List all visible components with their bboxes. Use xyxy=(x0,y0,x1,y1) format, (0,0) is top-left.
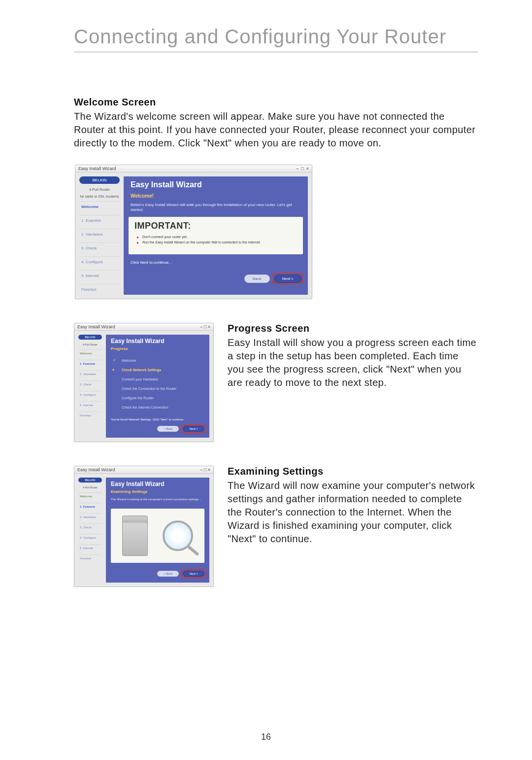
examining-row: Easy Install Wizard – □ × BELKIN 4-Port … xyxy=(74,466,478,587)
window-titlebar: Easy Install Wizard – □ × xyxy=(75,165,312,173)
sidebar-step: 4. Configure xyxy=(78,391,102,398)
examining-body: The Wizard will now examine your compute… xyxy=(228,479,478,546)
sidebar-step-configure: 4. Configure xyxy=(79,256,120,267)
brand-logo: BELKIN xyxy=(78,478,102,483)
product-name: 4-Port Router xyxy=(78,344,102,346)
window-title-text: Easy Install Wizard xyxy=(78,166,116,171)
screenshot-welcome: Easy Install Wizard – □ × BELKIN 4-Port … xyxy=(75,165,312,299)
important-bullet-1: Don't connect your router yet. xyxy=(142,235,297,239)
sidebar-step: 2. Hardware xyxy=(78,370,102,378)
progress-list: Welcome Check Network Settings Connect y… xyxy=(106,354,209,416)
progress-row: Easy Install Wizard – □ × BELKIN 4-Port … xyxy=(74,323,478,442)
wizard-sidebar: BELKIN 4-Port Router Welcome 1. Examine … xyxy=(78,335,102,438)
wizard-content-welcome: Easy Install Wizard Welcome! Belkin's Ea… xyxy=(124,176,308,295)
progress-step: Configure the Router xyxy=(113,393,202,403)
window-title-text: Easy Install Wizard xyxy=(77,467,115,472)
sidebar-step: Welcome xyxy=(78,349,102,357)
examining-heading: Examining Settings xyxy=(228,466,478,477)
wizard-content-examining: Easy Install Wizard Examining Settings T… xyxy=(106,478,209,583)
progress-step: Check the Connection to the Router xyxy=(113,384,202,393)
progress-heading: Progress Screen xyxy=(228,323,478,334)
sidebar-step: 1. Examine xyxy=(78,360,102,367)
wizard-subtitle: Progress xyxy=(106,346,209,354)
sidebar-step-hardware: 2. Hardware xyxy=(79,229,120,240)
window-controls: – □ × xyxy=(200,324,210,329)
screenshot-progress: Easy Install Wizard – □ × BELKIN 4-Port … xyxy=(74,323,214,442)
brand-logo: BELKIN xyxy=(79,176,120,184)
title-rule xyxy=(74,52,478,52)
sidebar-step-finished: Finished xyxy=(79,284,120,295)
wizard-banner: Easy Install Wizard xyxy=(124,176,308,192)
page-number: 16 xyxy=(0,732,532,742)
highlight-ring-icon xyxy=(271,273,304,284)
sidebar-step: 1. Examine xyxy=(78,503,102,510)
sidebar-step: 4. Configure xyxy=(78,534,102,541)
back-button[interactable]: Back xyxy=(244,275,270,283)
progress-step: Connect your Hardware xyxy=(113,375,202,384)
progress-step: Check Network Settings xyxy=(113,365,202,375)
continue-text: Click Next to continue... xyxy=(124,258,308,265)
wizard-banner: Easy Install Wizard xyxy=(106,335,209,346)
sidebar-step: Welcome xyxy=(78,492,102,500)
window-titlebar: Easy Install Wizard – □ × xyxy=(74,323,213,331)
sidebar-step: 3. Check xyxy=(78,523,102,531)
magnifying-glass-icon xyxy=(163,520,193,551)
window-title-text: Easy Install Wizard xyxy=(77,324,115,329)
continue-text: You've found Network Settings. Click "Ne… xyxy=(106,416,209,421)
wizard-description: The Wizard is looking at the computer's … xyxy=(106,497,209,506)
sidebar-step: Finished xyxy=(78,554,102,562)
product-name: 4-Port Router xyxy=(78,486,102,489)
product-sub: for cable or DSL modems xyxy=(79,195,120,199)
sidebar-step: 2. Hardware xyxy=(78,513,102,520)
wizard-description: Belkin's Easy Install Wizard will walk y… xyxy=(124,202,308,217)
sidebar-step: Finished xyxy=(78,412,102,419)
next-button[interactable]: Next > xyxy=(183,571,204,577)
sidebar-step: 5. Internet xyxy=(78,401,102,409)
screenshot-examining: Easy Install Wizard – □ × BELKIN 4-Port … xyxy=(74,466,214,587)
product-name: 4-Port Router xyxy=(79,188,120,192)
next-button[interactable]: Next > xyxy=(274,275,302,283)
progress-step: Check the Internet Connection xyxy=(113,403,202,412)
sidebar-step: 5. Internet xyxy=(78,544,102,552)
brand-logo: BELKIN xyxy=(78,335,102,340)
window-controls: – □ × xyxy=(200,467,210,472)
document-page: Connecting and Configuring Your Router W… xyxy=(0,0,532,760)
computer-tower-icon xyxy=(122,516,148,556)
window-titlebar: Easy Install Wizard – □ × xyxy=(74,466,213,474)
back-button[interactable]: < Back xyxy=(157,571,179,577)
back-button[interactable]: < Back xyxy=(157,426,179,432)
welcome-heading: Welcome Screen xyxy=(74,97,478,108)
wizard-banner: Easy Install Wizard xyxy=(106,478,209,489)
sidebar-step-welcome: Welcome xyxy=(79,201,120,212)
sidebar-step-internet: 5. Internet xyxy=(79,270,120,281)
window-controls: – □ × xyxy=(296,166,309,171)
important-block: IMPORTANT: Don't connect your router yet… xyxy=(129,217,303,254)
wizard-content-progress: Easy Install Wizard Progress Welcome Che… xyxy=(106,335,209,438)
welcome-body: The Wizard's welcome screen will appear.… xyxy=(74,110,478,150)
wizard-sidebar: BELKIN 4-Port Router for cable or DSL mo… xyxy=(79,176,120,295)
important-bullet-2: Run the Easy Install Wizard on the compu… xyxy=(142,241,297,244)
important-title: IMPORTANT: xyxy=(134,221,297,231)
progress-step: Welcome xyxy=(113,356,202,365)
examining-illustration xyxy=(111,509,204,563)
sidebar-step: 3. Check xyxy=(78,380,102,388)
sidebar-step-examine: 1. Examine xyxy=(79,215,120,226)
page-title: Connecting and Configuring Your Router xyxy=(74,26,478,48)
next-button[interactable]: Next > xyxy=(183,426,204,432)
highlight-ring-icon xyxy=(180,569,207,578)
sidebar-step-check: 3. Check xyxy=(79,242,120,253)
wizard-subtitle: Welcome! xyxy=(124,192,308,202)
wizard-subtitle: Examining Settings xyxy=(106,489,209,497)
wizard-sidebar: BELKIN 4-Port Router Welcome 1. Examine … xyxy=(78,478,102,583)
progress-body: Easy Install will show you a progress sc… xyxy=(228,336,478,389)
highlight-ring-icon xyxy=(180,424,207,433)
